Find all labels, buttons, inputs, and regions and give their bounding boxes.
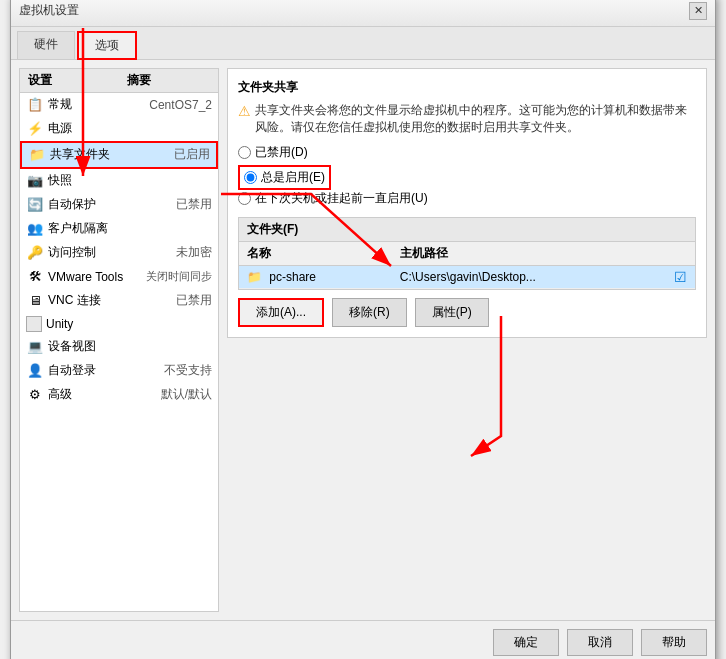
access-control-label: 访问控制 [48, 244, 96, 261]
unity-label: Unity [46, 317, 73, 331]
autoprotect-icon: 🔄 [26, 196, 44, 214]
radio-always-row: 总是启用(E) [238, 165, 331, 190]
warning-text: 共享文件夹会将您的文件显示给虚拟机中的程序。这可能为您的计算机和数据带来风险。请… [255, 102, 696, 136]
settings-item-vnc[interactable]: 🖥 VNC 连接 已禁用 [20, 289, 218, 313]
help-button[interactable]: 帮助 [641, 629, 707, 656]
shared-folders-icon: 📁 [28, 146, 46, 164]
settings-item-unity[interactable]: Unity [20, 313, 218, 335]
guest-isolation-label: 客户机隔离 [48, 220, 108, 237]
folder-section: 文件夹(F) 名称 主机路径 📁 [238, 217, 696, 290]
general-label: 常规 [48, 96, 72, 113]
settings-item-advanced[interactable]: ⚙ 高级 默认/默认 [20, 383, 218, 407]
radio-next-off-input[interactable] [238, 192, 251, 205]
power-icon: ⚡ [26, 120, 44, 138]
access-control-summary: 未加密 [176, 244, 212, 261]
general-icon: 📋 [26, 96, 44, 114]
radio-disabled-label: 已禁用(D) [255, 144, 308, 161]
settings-item-autoprotect[interactable]: 🔄 自动保护 已禁用 [20, 193, 218, 217]
settings-item-shared-folders[interactable]: 📁 共享文件夹 已启用 [20, 141, 218, 169]
settings-item-guest-isolation[interactable]: 👥 客户机隔离 [20, 217, 218, 241]
device-view-label: 设备视图 [48, 338, 96, 355]
cancel-button[interactable]: 取消 [567, 629, 633, 656]
settings-header: 设置 [20, 69, 119, 92]
unity-icon [26, 316, 42, 332]
vmware-tools-icon: 🛠 [26, 268, 44, 286]
properties-button[interactable]: 属性(P) [415, 298, 489, 327]
autologon-summary: 不受支持 [164, 362, 212, 379]
radio-always-input[interactable] [244, 171, 257, 184]
folder-row-icon: 📁 [247, 270, 262, 284]
bottom-buttons: 确定 取消 帮助 [11, 620, 715, 660]
folder-checkbox-cell: ☑ [665, 265, 695, 288]
shared-folders-label: 共享文件夹 [50, 146, 110, 163]
advanced-label: 高级 [48, 386, 72, 403]
folder-checkbox[interactable]: ☑ [674, 269, 687, 285]
left-panel: 设置 摘要 📋 常规 CentOS7_2 ⚡ 电源 [19, 68, 219, 612]
vnc-icon: 🖥 [26, 292, 44, 310]
settings-item-general[interactable]: 📋 常规 CentOS7_2 [20, 93, 218, 117]
radio-disabled-input[interactable] [238, 146, 251, 159]
advanced-icon: ⚙ [26, 386, 44, 404]
radio-group: 已禁用(D) 总是启用(E) 在下次关机或挂起前一直启用(U) [238, 144, 696, 207]
radio-next-off-label: 在下次关机或挂起前一直启用(U) [255, 190, 428, 207]
autologon-icon: 👤 [26, 362, 44, 380]
autologon-label: 自动登录 [48, 362, 96, 379]
file-share-section: 文件夹共享 ⚠ 共享文件夹会将您的文件显示给虚拟机中的程序。这可能为您的计算机和… [227, 68, 707, 338]
settings-item-access-control[interactable]: 🔑 访问控制 未加密 [20, 241, 218, 265]
folder-section-title: 文件夹(F) [239, 218, 695, 242]
settings-item-power[interactable]: ⚡ 电源 [20, 117, 218, 141]
col-check [665, 242, 695, 266]
confirm-button[interactable]: 确定 [493, 629, 559, 656]
settings-item-snapshots[interactable]: 📷 快照 [20, 169, 218, 193]
file-share-title: 文件夹共享 [238, 79, 696, 96]
advanced-summary: 默认/默认 [161, 386, 212, 403]
vnc-summary: 已禁用 [176, 292, 212, 309]
autoprotect-summary: 已禁用 [176, 196, 212, 213]
tab-hardware[interactable]: 硬件 [17, 31, 75, 59]
action-buttons: 添加(A)... 移除(R) 属性(P) [238, 298, 696, 327]
folder-row[interactable]: 📁 pc-share C:\Users\gavin\Desktop... ☑ [239, 265, 695, 288]
settings-item-autologon[interactable]: 👤 自动登录 不受支持 [20, 359, 218, 383]
main-dialog: 虚拟机设置 ✕ 硬件 选项 设置 摘要 📋 常规 CentOS7_2 [10, 0, 716, 659]
tab-options[interactable]: 选项 [77, 31, 137, 60]
folder-path: C:\Users\gavin\Desktop... [392, 265, 665, 288]
settings-item-vmware-tools[interactable]: 🛠 VMware Tools 关闭时间同步 [20, 265, 218, 289]
col-name: 名称 [239, 242, 392, 266]
shared-folders-summary: 已启用 [174, 146, 210, 163]
vnc-label: VNC 连接 [48, 292, 101, 309]
settings-list: 📋 常规 CentOS7_2 ⚡ 电源 📁 [20, 93, 218, 407]
autoprotect-label: 自动保护 [48, 196, 96, 213]
settings-item-device-view[interactable]: 💻 设备视图 [20, 335, 218, 359]
device-view-icon: 💻 [26, 338, 44, 356]
warning-icon: ⚠ [238, 103, 251, 136]
guest-isolation-icon: 👥 [26, 220, 44, 238]
radio-next-off[interactable]: 在下次关机或挂起前一直启用(U) [238, 190, 696, 207]
radio-disabled[interactable]: 已禁用(D) [238, 144, 696, 161]
summary-header: 摘要 [119, 69, 218, 92]
dialog-title: 虚拟机设置 [19, 2, 79, 19]
close-button[interactable]: ✕ [689, 2, 707, 20]
power-label: 电源 [48, 120, 72, 137]
radio-always-label: 总是启用(E) [261, 169, 325, 186]
content-area: 设置 摘要 📋 常规 CentOS7_2 ⚡ 电源 [11, 60, 715, 620]
right-panel: 文件夹共享 ⚠ 共享文件夹会将您的文件显示给虚拟机中的程序。这可能为您的计算机和… [227, 68, 707, 612]
access-control-icon: 🔑 [26, 244, 44, 262]
warning-row: ⚠ 共享文件夹会将您的文件显示给虚拟机中的程序。这可能为您的计算机和数据带来风险… [238, 102, 696, 136]
folder-table: 名称 主机路径 📁 pc-share C:\Us [239, 242, 695, 289]
snapshots-icon: 📷 [26, 172, 44, 190]
remove-button[interactable]: 移除(R) [332, 298, 407, 327]
folder-name: 📁 pc-share [239, 265, 392, 288]
vmware-tools-summary: 关闭时间同步 [146, 269, 212, 284]
general-summary: CentOS7_2 [149, 98, 212, 112]
title-bar: 虚拟机设置 ✕ [11, 0, 715, 27]
add-button[interactable]: 添加(A)... [238, 298, 324, 327]
col-path: 主机路径 [392, 242, 665, 266]
vmware-tools-label: VMware Tools [48, 270, 123, 284]
snapshots-label: 快照 [48, 172, 72, 189]
tab-bar: 硬件 选项 [11, 27, 715, 60]
